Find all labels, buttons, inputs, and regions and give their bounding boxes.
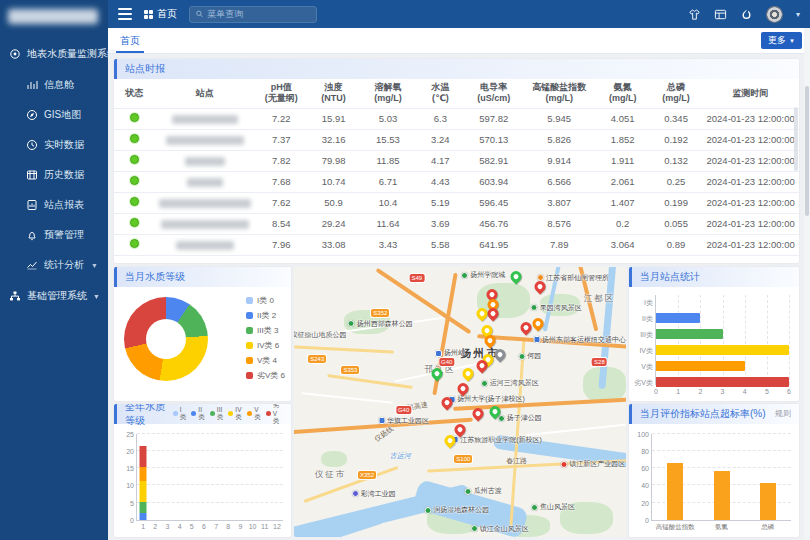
value-cell: 5.826	[523, 129, 596, 150]
value-cell: 7.62	[255, 192, 307, 213]
map-poi-label: 运河三湾风景区	[481, 378, 539, 388]
year-legend-item[interactable]: II类	[191, 406, 205, 422]
rate-bar-氨氮[interactable]	[714, 471, 730, 520]
table-scrollbar[interactable]	[794, 107, 798, 171]
legend-swatch	[246, 327, 253, 334]
value-cell: 597.82	[465, 108, 523, 129]
menu-search[interactable]	[189, 6, 317, 23]
hbar[interactable]	[656, 329, 723, 339]
exceed-rate-chart: 020406080100高锰酸盐指数氨氮总磷	[651, 434, 791, 522]
road-shield: S352	[371, 309, 389, 317]
hbar[interactable]	[656, 313, 700, 323]
avatar-chevron-down-icon[interactable]: ▾	[796, 10, 800, 19]
poi-text: 江苏省邵仙闸管理所	[546, 273, 609, 283]
tabbar: 首页 更多▼	[108, 28, 810, 54]
hbar[interactable]	[656, 377, 789, 387]
page-scrollbar[interactable]	[804, 28, 810, 540]
poi-blue-icon	[378, 417, 385, 424]
map-poi-label: 华旗工业园区	[378, 416, 429, 426]
topbar: 首页 ▾	[108, 0, 810, 28]
legend-label: IV类 6	[257, 340, 279, 351]
year-legend-item[interactable]: IV类	[228, 406, 242, 422]
legend-item-I类[interactable]: I类 0	[246, 295, 285, 306]
sidebar-item-站点报表[interactable]: 站点报表	[0, 190, 108, 220]
station-name-cell	[154, 129, 255, 150]
table-row: 7.6250.910.45.19596.453.8071.4070.199202…	[114, 192, 799, 213]
stacked-bar-month-1[interactable]	[140, 446, 147, 520]
value-cell: 0.055	[650, 213, 702, 234]
map-poi-label: 江苏省邵仙闸管理所	[537, 273, 609, 283]
legend-item-IV类[interactable]: IV类 6	[246, 340, 285, 351]
value-cell: 1.911	[595, 150, 649, 171]
legend-swatch	[246, 312, 253, 319]
station-table: 状态站点pH值(无量纲)浊度(NTU)溶解氧(mg/L)水温(℃)电导率(uS/…	[114, 79, 799, 256]
rate-bar-总磷[interactable]	[760, 483, 776, 520]
map-poi-label: 果园湾风景区	[531, 303, 582, 313]
sidebar-item-历史数据[interactable]: 历史数据	[0, 160, 108, 190]
hbar-row-IV类: IV类	[656, 345, 789, 355]
rules-link[interactable]: 规则	[775, 408, 791, 419]
status-cell	[114, 150, 154, 171]
legend-item-V类[interactable]: V类 4	[246, 355, 285, 366]
rpt-icon	[26, 199, 38, 211]
value-cell: 7.68	[255, 171, 307, 192]
chevron-icon: ▲	[123, 51, 130, 58]
map-poi-label: 扬州东部客运枢纽交通中心	[533, 335, 626, 345]
year-legend-item[interactable]: III类	[210, 406, 224, 422]
station-pin-green[interactable]	[509, 268, 525, 284]
home-breadcrumb[interactable]: 首页	[144, 7, 177, 21]
year-legend-item[interactable]: V类	[247, 406, 261, 422]
sidebar-group-基础管理系统[interactable]: 基础管理系统▼	[0, 280, 108, 312]
search-input[interactable]	[207, 9, 310, 19]
sidebar-group-地表水质量监测系统[interactable]: 地表水质量监测系统▲	[0, 38, 108, 70]
road-shield: S243	[308, 355, 326, 363]
poi-blue-icon	[435, 350, 442, 357]
year-legend-item[interactable]: I类	[173, 406, 187, 422]
hbar-row-V类: V类	[656, 361, 789, 371]
legend-label: 劣V类 6	[257, 370, 285, 381]
value-cell: 3.807	[523, 192, 596, 213]
legend-swatch	[246, 357, 253, 364]
sidebar-item-实时数据[interactable]: 实时数据	[0, 130, 108, 160]
column-header: 高锰酸盐指数(mg/L)	[523, 79, 596, 108]
map-poi-label: 仪征捺山地质公园	[294, 330, 346, 340]
station-name-cell	[154, 192, 255, 213]
legend-item-III类[interactable]: III类 3	[246, 325, 285, 336]
hbar[interactable]	[656, 361, 745, 371]
sidebar-menu: 地表水质量监测系统▲信息舱GIS地图实时数据历史数据站点报表预警管理统计分析▼基…	[0, 38, 108, 312]
tab-home[interactable]: 首页	[116, 28, 144, 53]
sidebar-item-预警管理[interactable]: 预警管理	[0, 220, 108, 250]
sidebar-item-统计分析[interactable]: 统计分析▼	[0, 250, 108, 280]
value-cell: 11.85	[360, 150, 416, 171]
legend-item-II类[interactable]: II类 2	[246, 310, 285, 321]
rate-bar-高锰酸盐指数[interactable]	[667, 463, 683, 520]
value-cell: 32.16	[307, 129, 359, 150]
value-cell: 15.91	[307, 108, 359, 129]
sidebar-item-GIS地图[interactable]: GIS地图	[0, 100, 108, 130]
more-button[interactable]: 更多▼	[761, 32, 802, 49]
layout-icon[interactable]	[714, 8, 727, 21]
hbar[interactable]	[656, 345, 789, 355]
legend-swatch	[210, 411, 215, 416]
gridline	[137, 467, 283, 468]
value-cell: 79.98	[307, 150, 359, 171]
y-axis-tick: 15	[126, 465, 137, 472]
user-avatar[interactable]	[766, 6, 783, 23]
sidebar-item-信息舱[interactable]: 信息舱	[0, 70, 108, 100]
flame-icon[interactable]	[740, 8, 753, 21]
app-window: 地表水质量监测系统▲信息舱GIS地图实时数据历史数据站点报表预警管理统计分析▼基…	[0, 0, 810, 540]
chevron-icon: ▼	[93, 293, 100, 300]
poi-text: 彩湾工业园	[361, 489, 396, 499]
theme-skin-icon[interactable]	[688, 8, 701, 21]
grid-icon	[144, 10, 153, 19]
gis-map[interactable]: 扬州市江都区邗江区仪征市沪陕高速仪扬线春江路古运河S49G40G40S28S35…	[294, 267, 626, 537]
collapse-menu-button[interactable]	[118, 8, 132, 20]
road-shield: S353	[341, 366, 359, 374]
poi-green-icon	[531, 504, 538, 511]
table-row: 8.5429.2411.643.69456.768.5760.20.055202…	[114, 213, 799, 234]
legend-item-劣V类[interactable]: 劣V类 6	[246, 370, 285, 381]
value-cell: 5.03	[360, 108, 416, 129]
legend-label: III类 3	[257, 325, 278, 336]
year-legend-item[interactable]: 劣V类	[266, 404, 283, 427]
road-shield: G40	[439, 358, 454, 366]
